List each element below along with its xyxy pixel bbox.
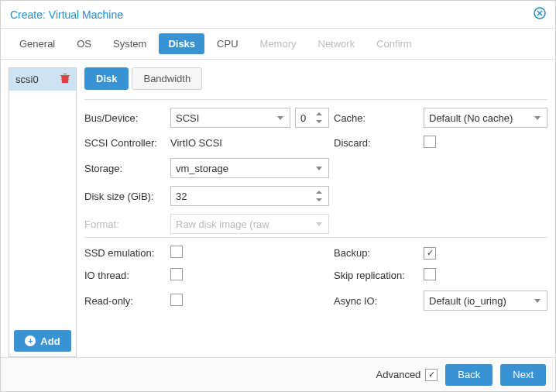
sub-tabs: Disk Bandwidth — [84, 67, 547, 90]
sub-tab-bandwidth[interactable]: Bandwidth — [132, 67, 202, 90]
bus-device-label: Bus/Device: — [84, 112, 166, 124]
separator-2 — [84, 237, 547, 238]
advanced-label: Advanced — [376, 369, 421, 380]
body: scsi0 + Add Disk Bandwidth Bus/Device: S… — [1, 60, 555, 357]
tab-general[interactable]: General — [10, 33, 64, 54]
tab-memory: Memory — [251, 33, 306, 54]
storage-label: Storage: — [84, 163, 166, 174]
disk-list: scsi0 — [9, 68, 76, 325]
skip-replication-label: Skip replication: — [334, 270, 419, 281]
asyncio-select[interactable]: Default (io_uring) — [424, 291, 547, 311]
format-label: Format: — [84, 218, 166, 230]
back-button[interactable]: Back — [445, 364, 493, 386]
ssd-emulation-label: SSD emulation: — [84, 247, 166, 259]
iothread-label: IO thread: — [84, 270, 166, 281]
create-vm-window: Create: Virtual Machine General OS Syste… — [0, 0, 556, 392]
add-disk-button[interactable]: + Add — [14, 330, 71, 352]
cache-label: Cache: — [334, 112, 419, 124]
plus-icon: + — [25, 335, 36, 346]
format-select: Raw disk image (raw — [170, 214, 329, 234]
skip-replication-checkbox[interactable] — [424, 268, 436, 280]
tab-cpu[interactable]: CPU — [208, 33, 247, 54]
device-index-field[interactable]: 0 — [295, 108, 329, 128]
tab-disks[interactable]: Disks — [159, 33, 204, 54]
close-icon[interactable] — [534, 7, 546, 22]
advanced-checkbox[interactable]: ✓ — [425, 369, 438, 381]
scsi-controller-label: SCSI Controller: — [84, 137, 166, 149]
next-button[interactable]: Next — [500, 364, 546, 386]
bus-select[interactable]: SCSI — [170, 108, 290, 128]
form-grid-1: Bus/Device: SCSI 0 Cache: Default (No ca… — [84, 108, 547, 234]
backup-label: Backup: — [334, 247, 419, 259]
readonly-checkbox[interactable] — [170, 294, 183, 306]
tab-os[interactable]: OS — [67, 33, 101, 54]
iothread-checkbox[interactable] — [170, 268, 183, 280]
wizard-tabs: General OS System Disks CPU Memory Netwo… — [1, 29, 555, 60]
footer: Advanced ✓ Back Next — [1, 357, 555, 391]
disk-form: Disk Bandwidth Bus/Device: SCSI 0 Cache:… — [84, 67, 547, 357]
storage-select[interactable]: vm_storage — [170, 158, 329, 178]
ssd-emulation-checkbox[interactable] — [170, 246, 183, 258]
titlebar: Create: Virtual Machine — [1, 1, 555, 29]
backup-checkbox[interactable]: ✓ — [424, 247, 436, 260]
disk-size-field[interactable]: 32 — [170, 186, 329, 206]
advanced-toggle[interactable]: Advanced ✓ — [376, 369, 438, 381]
form-grid-2: SSD emulation: Backup: ✓ IO thread: Skip… — [84, 246, 547, 311]
sub-tab-disk[interactable]: Disk — [84, 67, 129, 90]
disk-size-label: Disk size (GiB): — [84, 191, 166, 202]
tab-network: Network — [309, 33, 365, 54]
readonly-label: Read-only: — [84, 295, 166, 307]
discard-checkbox[interactable] — [424, 136, 436, 148]
discard-label: Discard: — [334, 137, 419, 149]
window-title: Create: Virtual Machine — [10, 9, 534, 21]
separator — [84, 99, 547, 100]
disk-sidebar: scsi0 + Add — [9, 67, 77, 357]
add-disk-label: Add — [40, 335, 60, 347]
asyncio-label: Async IO: — [334, 295, 419, 307]
scsi-controller-value: VirtIO SCSI — [170, 137, 329, 149]
tab-confirm: Confirm — [367, 33, 421, 54]
disk-item-label: scsi0 — [15, 74, 39, 85]
cache-select[interactable]: Default (No cache) — [424, 108, 547, 128]
trash-icon[interactable] — [60, 73, 70, 86]
tab-system[interactable]: System — [104, 33, 156, 54]
disk-item-scsi0[interactable]: scsi0 — [9, 68, 76, 91]
